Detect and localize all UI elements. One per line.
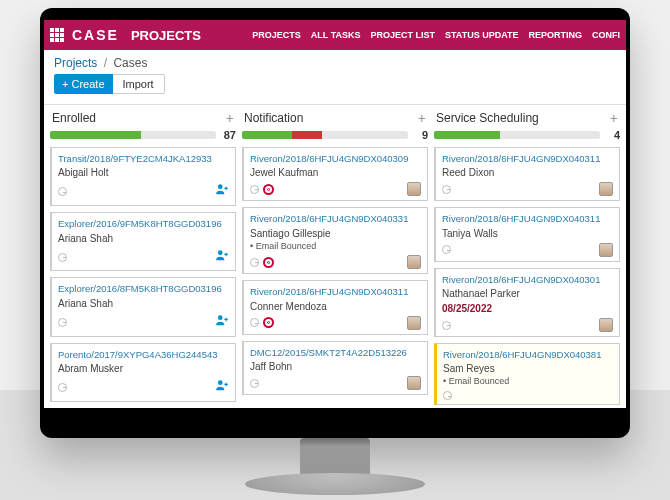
svg-point-2 — [218, 315, 223, 320]
case-card[interactable]: Riveron/2018/6HFJU4GN9DX040309Jewel Kauf… — [242, 147, 428, 201]
target-icon — [263, 257, 274, 268]
clock-icon — [250, 185, 259, 194]
avatar-icon[interactable] — [407, 316, 421, 330]
clock-icon — [250, 379, 259, 388]
avatar-icon[interactable] — [599, 243, 613, 257]
nav-project-list[interactable]: PROJECT LIST — [370, 30, 435, 40]
card-contact-name: Jaff Bohn — [250, 360, 421, 373]
card-ref: DMC12/2015/SMKT2T4A22D513226 — [250, 347, 421, 359]
clock-icon — [250, 318, 259, 327]
case-card[interactable]: Transit/2018/9FTYE2CM4JKA12933Abigail Ho… — [50, 147, 236, 206]
svg-point-1 — [218, 250, 223, 255]
column-add-icon[interactable]: + — [610, 111, 618, 125]
card-contact-name: Sam Reyes — [443, 362, 613, 375]
card-contact-name: Abigail Holt — [58, 166, 229, 179]
card-footer — [442, 182, 613, 196]
clock-icon — [58, 253, 67, 262]
clock-icon — [58, 187, 67, 196]
nav-config[interactable]: CONFI — [592, 30, 620, 40]
kanban-column: Notification+9Riveron/2018/6HFJU4GN9DX04… — [242, 109, 428, 408]
column-add-icon[interactable]: + — [226, 111, 234, 125]
column-title: Service Scheduling — [436, 111, 539, 125]
card-contact-name: Santiago Gillespie — [250, 227, 421, 240]
import-button[interactable]: Import — [113, 74, 165, 94]
card-footer — [58, 378, 229, 397]
card-contact-name: Conner Mendoza — [250, 300, 421, 313]
person-add-icon[interactable] — [215, 378, 229, 397]
column-progress-bar — [242, 131, 408, 139]
column-count: 87 — [220, 129, 236, 141]
case-card[interactable]: Porento/2017/9XYPG4A36HG244543Abram Musk… — [50, 343, 236, 402]
card-footer — [250, 182, 421, 196]
breadcrumb-row: Projects / Cases + Create Import — [44, 50, 626, 98]
clock-icon — [443, 391, 452, 400]
kanban-column: Enrolled+87Transit/2018/9FTYE2CM4JKA1293… — [50, 109, 236, 408]
card-footer — [250, 376, 421, 390]
card-contact-name: Ariana Shah — [58, 297, 229, 310]
case-card[interactable]: Riveron/2018/6HFJU4GN9DX040311Reed Dixon — [434, 147, 620, 201]
breadcrumb-root[interactable]: Projects — [54, 56, 97, 70]
column-header: Notification+ — [242, 109, 428, 127]
case-card[interactable]: Riveron/2018/6HFJU4GN9DX040301Nathanael … — [434, 268, 620, 337]
clock-icon — [58, 383, 67, 392]
clock-icon — [442, 245, 451, 254]
avatar-icon[interactable] — [599, 182, 613, 196]
card-ref: Transit/2018/9FTYE2CM4JKA12933 — [58, 153, 229, 165]
card-status-text: • Email Bounced — [443, 376, 613, 388]
card-footer — [58, 248, 229, 267]
column-add-icon[interactable]: + — [418, 111, 426, 125]
avatar-icon[interactable] — [407, 182, 421, 196]
card-contact-name: Taniya Walls — [442, 227, 613, 240]
column-header: Enrolled+ — [50, 109, 236, 127]
case-card[interactable]: Explorer/2016/9FM5K8HT8GGD03196Ariana Sh… — [50, 212, 236, 271]
avatar-icon[interactable] — [599, 318, 613, 332]
person-add-icon[interactable] — [215, 313, 229, 332]
avatar-icon[interactable] — [407, 376, 421, 390]
card-contact-name: Abram Musker — [58, 362, 229, 375]
nav-reporting[interactable]: REPORTING — [528, 30, 582, 40]
nav-all-tasks[interactable]: ALL TASKS — [311, 30, 361, 40]
case-card[interactable]: DMC12/2015/SMKT2T4A22D513226Jaff Bohn — [242, 341, 428, 395]
case-card[interactable]: Explorer/2016/8FM5K8HT8GGD03196Ariana Sh… — [50, 277, 236, 336]
person-add-icon[interactable] — [215, 182, 229, 201]
breadcrumb-sep: / — [104, 56, 107, 70]
case-card[interactable]: Riveron/2018/6HFJU4GN9DX040311Taniya Wal… — [434, 207, 620, 261]
card-status-text: • Email Bounced — [250, 241, 421, 253]
app-launcher-icon[interactable] — [50, 28, 64, 42]
card-contact-name: Jewel Kaufman — [250, 166, 421, 179]
nav-status-update[interactable]: STATUS UPDATE — [445, 30, 519, 40]
card-contact-name: Ariana Shah — [58, 232, 229, 245]
nav-projects[interactable]: PROJECTS — [252, 30, 301, 40]
kanban-board: Enrolled+87Transit/2018/9FTYE2CM4JKA1293… — [44, 105, 626, 408]
column-progress-row: 4 — [434, 129, 620, 141]
card-date: 08/25/2022 — [442, 302, 613, 315]
card-ref: Explorer/2016/9FM5K8HT8GGD03196 — [58, 218, 229, 230]
breadcrumb: Projects / Cases — [54, 56, 616, 70]
target-icon — [263, 184, 274, 195]
card-footer — [443, 391, 613, 400]
card-footer — [58, 313, 229, 332]
card-ref: Riveron/2018/6HFJU4GN9DX040309 — [250, 153, 421, 165]
kanban-column: Service Scheduling+4Riveron/2018/6HFJU4G… — [434, 109, 620, 408]
column-count: 9 — [412, 129, 428, 141]
person-add-icon[interactable] — [215, 248, 229, 267]
column-title: Enrolled — [52, 111, 96, 125]
card-footer — [250, 316, 421, 330]
breadcrumb-current: Cases — [113, 56, 147, 70]
card-footer — [250, 255, 421, 269]
column-progress-bar — [434, 131, 600, 139]
case-card[interactable]: Riveron/2018/6HFJU4GN9DX040381Sam Reyes•… — [434, 343, 620, 405]
column-header: Service Scheduling+ — [434, 109, 620, 127]
svg-point-0 — [218, 185, 223, 190]
card-ref: Porento/2017/9XYPG4A36HG244543 — [58, 349, 229, 361]
case-card[interactable]: Riveron/2018/6HFJU4GN9DX040311Conner Men… — [242, 280, 428, 334]
card-ref: Riveron/2018/6HFJU4GN9DX040331 — [250, 213, 421, 225]
case-card[interactable]: Riveron/2018/6HFJU4GN9DX040331Santiago G… — [242, 207, 428, 274]
avatar-icon[interactable] — [407, 255, 421, 269]
create-button[interactable]: + Create — [54, 74, 113, 94]
app-title: PROJECTS — [131, 28, 201, 43]
card-ref: Riveron/2018/6HFJU4GN9DX040311 — [250, 286, 421, 298]
card-ref: Riveron/2018/6HFJU4GN9DX040311 — [442, 213, 613, 225]
card-footer — [442, 243, 613, 257]
card-contact-name: Nathanael Parker — [442, 287, 613, 300]
